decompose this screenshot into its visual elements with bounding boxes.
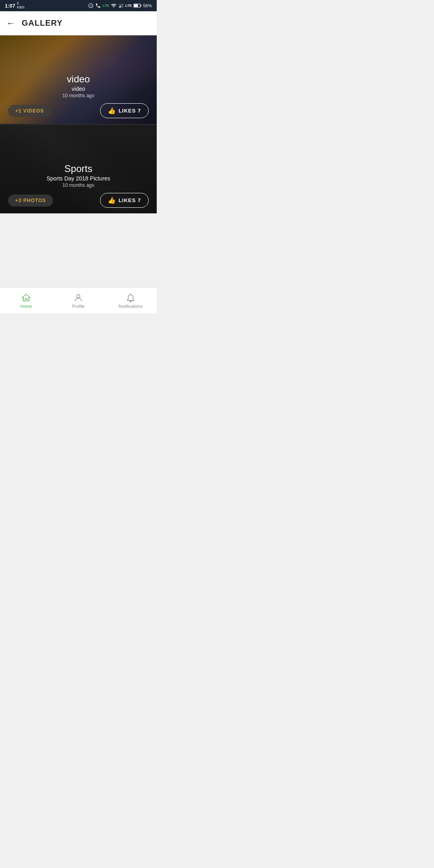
svg-rect-1 xyxy=(120,5,121,8)
svg-rect-6 xyxy=(134,4,138,7)
sports-card-title: Sports xyxy=(8,163,149,174)
home-icon xyxy=(21,293,31,303)
notifications-icon xyxy=(126,293,135,303)
svg-rect-3 xyxy=(123,4,123,8)
video-likes-label: LIKES 7 xyxy=(119,108,141,114)
sports-card-subtitle: Sports Day 2018 Pictures xyxy=(8,175,149,182)
video-card-content: video video 10 months ago +1 VIDEOS 👍 LI… xyxy=(0,74,157,124)
alarm-icon xyxy=(88,3,94,8)
video-card-subtitle: video xyxy=(8,86,149,92)
svg-rect-2 xyxy=(121,5,122,8)
home-label: Home xyxy=(20,304,32,309)
video-card-title: video xyxy=(8,74,149,85)
video-card-time: 10 months ago xyxy=(8,93,149,98)
sports-likes-label: LIKES 7 xyxy=(119,197,141,203)
nav-item-notifications[interactable]: Notifications xyxy=(104,288,157,313)
status-left: 1:07 0 KB/s xyxy=(5,2,25,10)
status-right: LTE LTE 56% xyxy=(88,3,152,8)
empty-space xyxy=(0,213,157,287)
gallery-container: video video 10 months ago +1 VIDEOS 👍 LI… xyxy=(0,35,157,287)
status-kb: 0 KB/s xyxy=(17,2,25,10)
phone-icon xyxy=(95,3,101,8)
profile-icon xyxy=(74,293,83,303)
thumbs-up-outline-icon: 👍 xyxy=(108,197,116,204)
sports-card-content: Sports Sports Day 2018 Pictures 10 month… xyxy=(0,163,157,213)
sports-card-time: 10 months ago xyxy=(8,182,149,188)
status-time: 1:07 xyxy=(5,3,15,9)
video-count-button[interactable]: +1 VIDEOS xyxy=(8,105,51,117)
video-card-actions: +1 VIDEOS 👍 LIKES 7 xyxy=(8,103,149,118)
nav-item-home[interactable]: Home xyxy=(0,288,52,313)
page-title: GALLERY xyxy=(22,18,63,28)
video-card[interactable]: video video 10 months ago +1 VIDEOS 👍 LI… xyxy=(0,35,157,124)
thumbs-up-icon: 👍 xyxy=(108,107,116,115)
svg-rect-5 xyxy=(141,5,141,6)
sports-card-actions: +3 PHOTOS 👍 LIKES 7 xyxy=(8,193,149,208)
notifications-label: Notifications xyxy=(119,304,143,309)
lte-badge: LTE xyxy=(102,4,109,8)
video-likes-button[interactable]: 👍 LIKES 7 xyxy=(100,103,149,118)
profile-label: Profile xyxy=(72,304,84,309)
sports-card[interactable]: Sports Sports Day 2018 Pictures 10 month… xyxy=(0,125,157,213)
bottom-nav: Home Profile Notifications xyxy=(0,287,157,313)
sports-count-button[interactable]: +3 PHOTOS xyxy=(8,194,53,207)
signal-icon xyxy=(118,3,124,8)
sports-likes-button[interactable]: 👍 LIKES 7 xyxy=(100,193,149,208)
battery-icon xyxy=(133,3,141,8)
lte-badge-2: LTE xyxy=(125,4,132,8)
battery-percent: 56% xyxy=(143,3,152,8)
wifi-icon xyxy=(111,3,117,8)
nav-item-profile[interactable]: Profile xyxy=(52,288,104,313)
svg-rect-0 xyxy=(119,6,120,8)
status-bar: 1:07 0 KB/s LTE LTE xyxy=(0,0,157,11)
svg-point-7 xyxy=(77,295,80,298)
back-button[interactable]: ← xyxy=(6,18,15,29)
page-header: ← GALLERY xyxy=(0,11,157,35)
